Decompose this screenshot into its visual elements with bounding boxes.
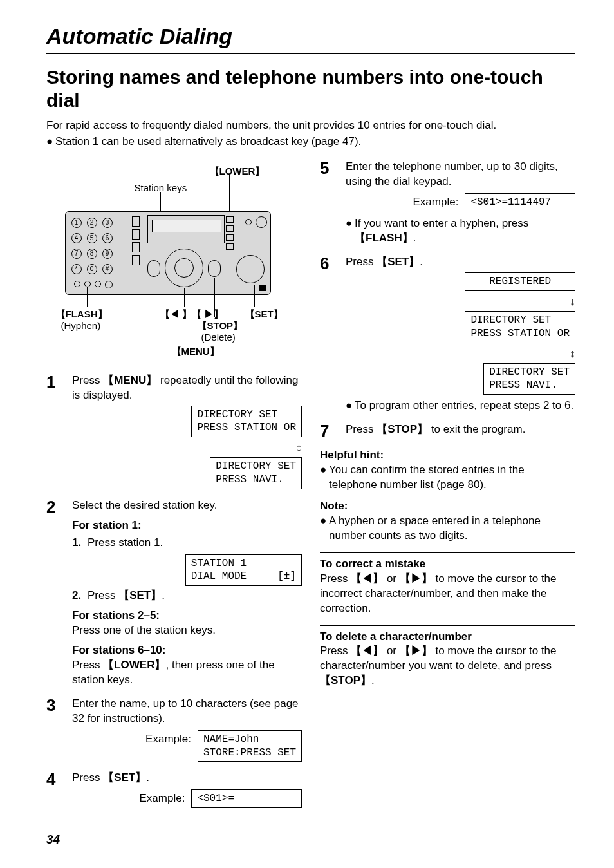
nav-center bbox=[174, 258, 194, 278]
updown-arrow-icon bbox=[296, 440, 302, 454]
hint-bullet: You can confirm the stored entries in th… bbox=[329, 463, 575, 493]
bullet-dot-icon: ● bbox=[346, 216, 355, 246]
lower-key bbox=[226, 243, 234, 250]
step-number: 1 bbox=[46, 373, 72, 489]
small-btn bbox=[84, 281, 91, 287]
step6-text-a: Press bbox=[346, 256, 377, 268]
step-7: 7 Press STOP to exit the program. bbox=[320, 422, 575, 439]
set-key: SET bbox=[103, 771, 146, 784]
key-5: 5 bbox=[87, 233, 97, 243]
for-stations-6-10-label: For stations 6–10: bbox=[72, 643, 302, 658]
ring-icon bbox=[256, 216, 267, 228]
oval-btn bbox=[147, 260, 160, 277]
key-1: 1 bbox=[71, 218, 82, 228]
correct-mistake-label: To correct a mistake bbox=[320, 557, 575, 572]
right-arrow-key: ▶ bbox=[400, 645, 433, 657]
lcd-display: NAME=John STORE:PRESS SET bbox=[198, 730, 302, 762]
for3-text-a: Press bbox=[72, 659, 103, 671]
key-8: 8 bbox=[87, 249, 97, 259]
set-key: SET bbox=[118, 589, 162, 601]
delete-char-label: To delete a character/number bbox=[320, 630, 575, 645]
label-set: 【SET】 bbox=[245, 308, 283, 321]
chapter-title: Automatic Dialing bbox=[46, 22, 575, 54]
for-stations-2-5-label: For stations 2–5: bbox=[72, 609, 302, 623]
bullet-dot-icon: ● bbox=[320, 514, 329, 543]
correct-text-b: or bbox=[384, 572, 400, 585]
key-2: 2 bbox=[87, 218, 97, 228]
step-number: 6 bbox=[320, 255, 346, 413]
for-station-1-label: For station 1: bbox=[72, 518, 302, 533]
lcd-display: <S01>=1114497 bbox=[465, 193, 575, 212]
divider bbox=[320, 552, 575, 553]
small-circle bbox=[245, 219, 252, 225]
note-bullet: A hyphen or a space entered in a telepho… bbox=[329, 514, 575, 543]
lcd-display: STATION 1 DIAL MODE [±] bbox=[185, 554, 302, 587]
lower-key bbox=[226, 225, 234, 232]
substep-number: 2. bbox=[72, 589, 88, 603]
lower-key: LOWER bbox=[103, 659, 165, 671]
label-delete: (Delete) bbox=[201, 331, 236, 344]
label-menu: 【MENU】 bbox=[172, 345, 219, 358]
page-number: 34 bbox=[46, 831, 575, 848]
label-lower: 【LOWER】 bbox=[210, 165, 265, 178]
station-key bbox=[132, 216, 140, 227]
lcd-display: <S01>= bbox=[191, 789, 302, 808]
step2-text: Select the desired station key. bbox=[72, 498, 302, 513]
step6-bullet: To program other entries, repeat steps 2… bbox=[355, 399, 575, 413]
step-4: 4 Press SET. Example: <S01>= bbox=[46, 771, 302, 808]
substep-text: Press station 1. bbox=[88, 536, 163, 551]
left-arrow-key: ◀ bbox=[351, 645, 384, 657]
correct-text-a: Press bbox=[320, 572, 351, 585]
step-5: 5 Enter the telephone number, up to 30 d… bbox=[320, 160, 575, 247]
step-number: 3 bbox=[46, 697, 72, 762]
lcd-display bbox=[147, 215, 225, 243]
key-6: 6 bbox=[102, 233, 113, 243]
step-3: 3 Enter the name, up to 10 characters (s… bbox=[46, 697, 302, 762]
lcd-display: DIRECTORY SET PRESS NAVI. bbox=[483, 363, 575, 395]
key-9: 9 bbox=[102, 249, 113, 259]
delete-text-b: or bbox=[384, 645, 400, 657]
device-figure: 【LOWER】 Station keys 1 2 3 4 5 6 7 8 9 *… bbox=[52, 165, 297, 364]
lcd-display: REGISTERED bbox=[465, 272, 575, 291]
step4-text-b: . bbox=[146, 771, 149, 784]
step-number: 4 bbox=[46, 771, 72, 808]
small-btn bbox=[95, 281, 101, 287]
label-hyphen: (Hyphen) bbox=[61, 319, 101, 332]
lower-key bbox=[226, 234, 234, 241]
stop-key: STOP bbox=[320, 674, 371, 686]
left-arrow-key: ◀ bbox=[351, 572, 384, 585]
lcd-display: DIRECTORY SET PRESS STATION OR bbox=[465, 311, 575, 343]
step1-text-a: Press bbox=[72, 374, 103, 386]
section-title: Storing names and telephone numbers into… bbox=[46, 66, 575, 112]
station-key bbox=[132, 242, 140, 252]
for-stations-2-5-text: Press one of the station keys. bbox=[72, 623, 302, 638]
step-1: 1 Press MENU repeatedly until the follow… bbox=[46, 373, 302, 489]
step5-text: Enter the telephone number, up to 30 dig… bbox=[346, 160, 575, 189]
station-key bbox=[132, 255, 140, 265]
small-btn bbox=[105, 281, 113, 288]
lcd-display: DIRECTORY SET PRESS STATION OR bbox=[191, 406, 302, 438]
intro-text: For rapid access to frequently dialed nu… bbox=[46, 118, 575, 133]
step3-text: Enter the name, up to 10 characters (see… bbox=[72, 697, 302, 726]
oval-btn bbox=[208, 260, 221, 277]
small-btn bbox=[74, 281, 80, 287]
example-label: Example: bbox=[413, 193, 459, 210]
updown-arrow-icon bbox=[570, 346, 575, 360]
step-2: 2 Select the desired station key. For st… bbox=[46, 498, 302, 688]
step5-bullet-a: If you want to enter a hyphen, press bbox=[355, 217, 528, 229]
delete-text-a: Press bbox=[320, 645, 351, 657]
station-key bbox=[132, 229, 140, 240]
step-number: 5 bbox=[320, 160, 346, 247]
substep-text: . bbox=[162, 589, 165, 601]
intro-bullet-text: Station 1 can be used alternatively as b… bbox=[55, 135, 575, 149]
menu-key: MENU bbox=[103, 374, 157, 386]
intro-bullet: ● Station 1 can be used alternatively as… bbox=[46, 135, 575, 149]
lcd-display: DIRECTORY SET PRESS NAVI. bbox=[210, 457, 302, 489]
delete-text-d: . bbox=[371, 674, 375, 686]
down-arrow-icon bbox=[570, 294, 575, 308]
big-dial bbox=[236, 255, 265, 283]
key-3: 3 bbox=[102, 218, 113, 228]
stop-key: STOP bbox=[377, 423, 428, 435]
lower-key bbox=[226, 216, 234, 223]
example-label: Example: bbox=[140, 789, 185, 806]
